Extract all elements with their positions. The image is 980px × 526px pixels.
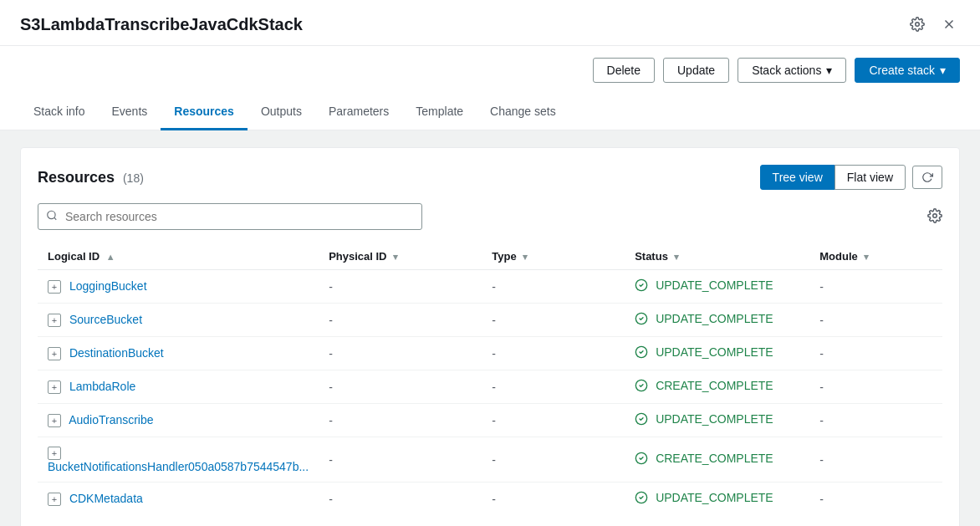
- close-button[interactable]: [938, 13, 960, 35]
- status-check-icon: [635, 379, 648, 392]
- content-area: Resources (18) Tree view Flat view: [0, 130, 980, 526]
- expand-icon[interactable]: +: [48, 447, 61, 460]
- settings-button[interactable]: [906, 13, 928, 35]
- expand-icon[interactable]: +: [48, 314, 61, 327]
- resources-panel: Resources (18) Tree view Flat view: [20, 147, 960, 526]
- cell-module: -: [809, 404, 942, 437]
- svg-point-5: [933, 213, 937, 217]
- cell-module: -: [809, 437, 942, 483]
- expand-icon[interactable]: +: [48, 493, 61, 506]
- cell-status: CREATE_COMPLETE: [625, 437, 809, 483]
- cell-module: -: [809, 483, 942, 516]
- tab-change-sets[interactable]: Change sets: [477, 94, 569, 130]
- col-header-module[interactable]: Module ▾: [809, 243, 942, 270]
- cell-physical-id: -: [319, 404, 482, 437]
- status-badge: UPDATE_COMPLETE: [635, 278, 773, 292]
- search-container: [38, 203, 422, 230]
- cell-logical-id: + AudioTranscribe: [38, 404, 319, 437]
- status-check-icon: [635, 278, 648, 292]
- logical-id-link[interactable]: SourceBucket: [69, 313, 142, 326]
- col-header-logical-id[interactable]: Logical ID ▲: [38, 243, 319, 270]
- status-check-icon: [635, 412, 648, 426]
- action-bar: Delete Update Stack actions ▾ Create sta…: [0, 46, 980, 94]
- update-button[interactable]: Update: [663, 58, 729, 83]
- logical-id-link[interactable]: DestinationBucket: [69, 346, 164, 360]
- cell-module: -: [809, 270, 942, 304]
- status-text: CREATE_COMPLETE: [656, 452, 773, 465]
- cell-type: -: [482, 437, 625, 483]
- cell-physical-id: -: [319, 370, 482, 404]
- expand-icon[interactable]: +: [48, 414, 61, 427]
- sort-icon-type: ▾: [523, 252, 528, 262]
- search-bar: [38, 203, 942, 230]
- logical-id-link[interactable]: LoggingBucket: [69, 279, 147, 293]
- expand-icon[interactable]: +: [48, 347, 61, 360]
- col-header-status[interactable]: Status ▾: [625, 243, 809, 270]
- table-body: + LoggingBucket - - UPDATE_COMPLETE - + …: [38, 270, 942, 516]
- resources-table: Logical ID ▲ Physical ID ▾ Type ▾ Stat: [38, 243, 942, 515]
- cell-logical-id: + LoggingBucket: [38, 270, 319, 304]
- chevron-down-icon: ▾: [940, 64, 946, 77]
- status-badge: CREATE_COMPLETE: [635, 452, 773, 465]
- tab-template[interactable]: Template: [402, 94, 477, 130]
- tree-view-button[interactable]: Tree view: [760, 165, 835, 190]
- status-badge: UPDATE_COMPLETE: [635, 312, 773, 325]
- table-row: + LoggingBucket - - UPDATE_COMPLETE -: [38, 270, 942, 304]
- cell-physical-id: -: [319, 437, 482, 483]
- table-settings-icon[interactable]: [927, 208, 942, 226]
- panel-header: Resources (18) Tree view Flat view: [38, 165, 942, 190]
- cell-physical-id: -: [319, 270, 482, 304]
- cell-module: -: [809, 304, 942, 337]
- status-text: UPDATE_COMPLETE: [656, 312, 773, 325]
- tab-events[interactable]: Events: [98, 94, 161, 130]
- tab-parameters[interactable]: Parameters: [315, 94, 402, 130]
- flat-view-button[interactable]: Flat view: [835, 165, 906, 190]
- settings-icon: [910, 17, 925, 32]
- logical-id-link[interactable]: BucketNotificationsHandler050a0587b75445…: [48, 460, 309, 473]
- table-row: + SourceBucket - - UPDATE_COMPLETE -: [38, 304, 942, 337]
- status-text: UPDATE_COMPLETE: [656, 491, 773, 504]
- tab-outputs[interactable]: Outputs: [248, 94, 315, 130]
- tab-stack-info[interactable]: Stack info: [20, 94, 98, 130]
- cell-module: -: [809, 337, 942, 370]
- stack-actions-button[interactable]: Stack actions ▾: [738, 58, 846, 83]
- cell-physical-id: -: [319, 304, 482, 337]
- table-row: + AudioTranscribe - - UPDATE_COMPLETE -: [38, 404, 942, 437]
- status-badge: UPDATE_COMPLETE: [635, 345, 773, 359]
- status-text: CREATE_COMPLETE: [656, 379, 773, 392]
- table-row: + LambdaRole - - CREATE_COMPLETE -: [38, 370, 942, 404]
- status-badge: UPDATE_COMPLETE: [635, 491, 773, 504]
- panel-count: (18): [123, 171, 144, 185]
- close-icon: [942, 17, 957, 32]
- logical-id-link[interactable]: AudioTranscribe: [69, 413, 153, 426]
- delete-button[interactable]: Delete: [593, 58, 655, 83]
- resources-table-wrap: Logical ID ▲ Physical ID ▾ Type ▾ Stat: [38, 243, 942, 515]
- cell-status: UPDATE_COMPLETE: [625, 404, 809, 437]
- table-row: + BucketNotificationsHandler050a0587b754…: [38, 437, 942, 483]
- table-row: + CDKMetadata - - UPDATE_COMPLETE -: [38, 483, 942, 516]
- table-row: + DestinationBucket - - UPDATE_COMPLETE …: [38, 337, 942, 370]
- view-toggle: Tree view Flat view: [760, 165, 906, 190]
- view-controls: Tree view Flat view: [760, 165, 942, 190]
- table-header: Logical ID ▲ Physical ID ▾ Type ▾ Stat: [38, 243, 942, 270]
- cell-status: UPDATE_COMPLETE: [625, 337, 809, 370]
- chevron-down-icon: ▾: [826, 64, 832, 77]
- search-input[interactable]: [38, 203, 422, 230]
- col-header-physical-id[interactable]: Physical ID ▾: [319, 243, 482, 270]
- col-header-type[interactable]: Type ▾: [482, 243, 625, 270]
- cell-status: UPDATE_COMPLETE: [625, 304, 809, 337]
- sort-icon-physical: ▾: [393, 252, 398, 262]
- status-check-icon: [635, 491, 648, 504]
- expand-icon[interactable]: +: [48, 380, 61, 394]
- refresh-button[interactable]: [912, 166, 942, 189]
- tab-resources[interactable]: Resources: [161, 94, 248, 130]
- create-stack-button[interactable]: Create stack ▾: [855, 58, 960, 83]
- logical-id-link[interactable]: LambdaRole: [69, 380, 135, 393]
- cell-status: CREATE_COMPLETE: [625, 370, 809, 404]
- cell-status: UPDATE_COMPLETE: [625, 483, 809, 516]
- status-check-icon: [635, 345, 648, 359]
- logical-id-link[interactable]: CDKMetadata: [69, 492, 143, 505]
- cell-type: -: [482, 483, 625, 516]
- cell-logical-id: + SourceBucket: [38, 304, 319, 337]
- expand-icon[interactable]: +: [48, 280, 61, 294]
